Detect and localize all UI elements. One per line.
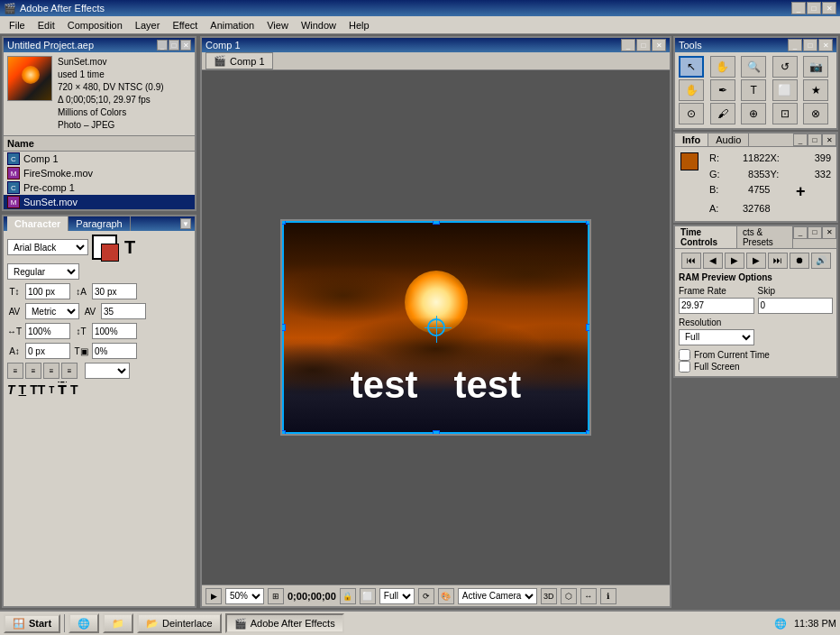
- tools-minimize[interactable]: _: [788, 39, 802, 51]
- comp-restore[interactable]: □: [636, 39, 651, 51]
- tool-rotate[interactable]: ↺: [772, 56, 798, 78]
- handle-bot-right[interactable]: [586, 430, 591, 436]
- tracking-input[interactable]: [101, 303, 146, 319]
- menu-window[interactable]: Window: [296, 18, 342, 32]
- handle-top-left[interactable]: [280, 219, 286, 225]
- menu-view[interactable]: View: [261, 18, 294, 32]
- comp-viewer-canvas[interactable]: test test: [202, 70, 670, 584]
- prev-frame-btn[interactable]: ◀: [703, 253, 723, 269]
- tool-shape-rect[interactable]: ⬜: [772, 79, 798, 101]
- maximize-btn[interactable]: □: [807, 2, 821, 14]
- align-left-btn[interactable]: ≡: [7, 363, 23, 379]
- menu-file[interactable]: File: [4, 18, 31, 32]
- project-panel-controls[interactable]: _ □ ✕: [157, 40, 191, 51]
- align-justify-btn[interactable]: ≡: [61, 363, 78, 379]
- style-selector[interactable]: Regular: [7, 263, 79, 280]
- tool-brush[interactable]: 🖌: [710, 103, 735, 124]
- info-win-controls[interactable]: _ □ ✕: [793, 133, 836, 146]
- font-size-input[interactable]: [25, 283, 70, 299]
- project-restore-btn[interactable]: □: [169, 40, 179, 51]
- taskbar-ie-icon[interactable]: 🌐: [68, 613, 99, 633]
- project-close-btn[interactable]: ✕: [180, 40, 191, 51]
- time-minimize[interactable]: _: [793, 226, 808, 239]
- project-item-firesmoke[interactable]: M FireSmoke.mov: [4, 166, 195, 180]
- project-item-sunset[interactable]: M SunSet.mov: [4, 195, 195, 209]
- handle-mid-left[interactable]: [280, 324, 286, 331]
- project-minimize-btn[interactable]: _: [157, 40, 168, 51]
- menu-help[interactable]: Help: [343, 18, 375, 32]
- minimize-btn[interactable]: _: [791, 2, 806, 14]
- play-btn[interactable]: ▶: [205, 588, 222, 604]
- tool-puppet[interactable]: ⊙: [679, 103, 704, 124]
- char-panel-controls[interactable]: ▼: [180, 218, 191, 229]
- menu-layer[interactable]: Layer: [130, 18, 166, 32]
- scale-h-input[interactable]: [25, 323, 70, 339]
- menu-edit[interactable]: Edit: [32, 18, 60, 32]
- comp-minimize[interactable]: _: [621, 39, 635, 51]
- char-menu-btn[interactable]: ▼: [180, 218, 191, 229]
- quality-select[interactable]: Full: [379, 588, 415, 604]
- handle-top-mid[interactable]: [433, 219, 440, 225]
- font-selector[interactable]: Arial Black: [7, 239, 88, 255]
- tool-pan[interactable]: ✋: [710, 56, 735, 78]
- kerning-selector[interactable]: Metric: [25, 303, 79, 319]
- tab-audio[interactable]: Audio: [708, 133, 749, 146]
- tool-zoom[interactable]: 🔍: [741, 56, 766, 78]
- camera-select[interactable]: Active Camera: [458, 588, 537, 604]
- tt-style-btn[interactable]: TT: [30, 382, 45, 397]
- 3d-btn[interactable]: 3D: [541, 588, 557, 604]
- tool-clone[interactable]: ⊕: [741, 103, 766, 124]
- project-item-comp1[interactable]: C Comp 1: [4, 152, 195, 166]
- channels-btn[interactable]: 🎨: [438, 588, 454, 604]
- overlay-btn[interactable]: ↔: [580, 588, 597, 604]
- ram-preview-btn[interactable]: ⏺: [790, 253, 809, 269]
- play-stop-btn[interactable]: ▶: [725, 253, 744, 269]
- comp-tab-main[interactable]: 🎬 Comp 1: [205, 52, 273, 69]
- handle-top-right[interactable]: [586, 219, 591, 225]
- comp-viewer-controls-win[interactable]: _ □ ✕: [621, 39, 666, 51]
- tool-camera[interactable]: 📷: [803, 56, 828, 78]
- tools-win-controls[interactable]: _ □ ✕: [788, 39, 833, 51]
- tools-close[interactable]: ✕: [818, 39, 833, 51]
- info2-btn[interactable]: ℹ: [600, 588, 616, 604]
- tool-pen[interactable]: ✒: [710, 79, 735, 101]
- audio-btn[interactable]: 🔊: [811, 253, 831, 269]
- grid-btn[interactable]: ⊞: [268, 588, 284, 604]
- align-select[interactable]: [85, 363, 130, 379]
- leading-input[interactable]: [92, 283, 137, 299]
- tab-time-controls[interactable]: Time Controls: [675, 226, 737, 248]
- handle-bot-left[interactable]: [280, 430, 286, 436]
- tool-select[interactable]: ↖: [679, 56, 704, 78]
- roi-btn[interactable]: ⬜: [360, 588, 376, 604]
- info-restore[interactable]: □: [808, 133, 822, 146]
- baseline-input[interactable]: [25, 343, 70, 359]
- project-item-precomp1[interactable]: C Pre-comp 1: [4, 180, 195, 195]
- smallcaps-btn[interactable]: T: [70, 382, 78, 397]
- time-win-controls[interactable]: _ □ ✕: [793, 226, 836, 248]
- first-frame-btn[interactable]: ⏮: [681, 253, 701, 269]
- underline-style-btn[interactable]: T: [19, 382, 27, 397]
- start-button[interactable]: 🪟 Start: [4, 614, 60, 633]
- close-btn[interactable]: ✕: [822, 2, 836, 14]
- next-frame-btn[interactable]: ▶: [746, 253, 766, 269]
- tab-character[interactable]: Character: [7, 216, 68, 231]
- taskbar-folder-icon[interactable]: 📁: [103, 613, 133, 633]
- zoom-select[interactable]: 50%: [225, 588, 264, 604]
- tool-eraser[interactable]: ⊡: [772, 103, 798, 124]
- grid2-btn[interactable]: ⬡: [561, 588, 577, 604]
- window-controls[interactable]: _ □ ✕: [791, 2, 836, 14]
- menu-composition[interactable]: Composition: [62, 18, 128, 32]
- refresh-btn[interactable]: ⟳: [418, 588, 434, 604]
- menu-effect[interactable]: Effect: [167, 18, 203, 32]
- italic-style-btn[interactable]: T: [7, 382, 15, 397]
- taskbar-deinterlace[interactable]: 📂 Deinterlace: [137, 613, 222, 633]
- time-close[interactable]: ✕: [822, 226, 836, 239]
- tool-pan2[interactable]: ✋: [679, 79, 704, 101]
- frame-rate-input[interactable]: [679, 298, 754, 314]
- tool-text[interactable]: T: [741, 79, 766, 101]
- skip-input[interactable]: [758, 298, 834, 314]
- bold-btn[interactable]: T: [124, 237, 135, 258]
- align-right-btn[interactable]: ≡: [43, 363, 59, 379]
- fill-color[interactable]: [92, 235, 117, 260]
- info-minimize[interactable]: _: [793, 133, 808, 146]
